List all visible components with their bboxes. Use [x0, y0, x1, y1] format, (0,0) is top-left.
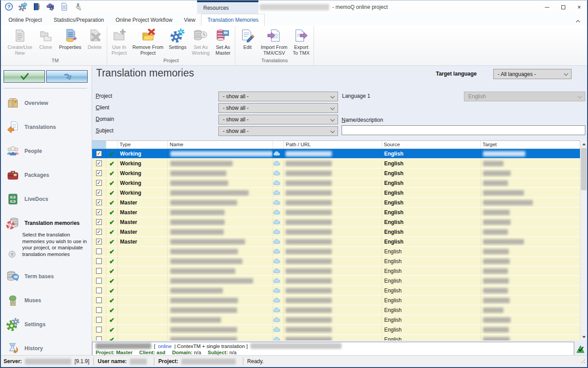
target-language-select[interactable]: - All languages - — [493, 69, 572, 79]
close-button[interactable]: × — [571, 0, 587, 14]
detail-label: Project: — [96, 350, 116, 355]
column-header-target[interactable]: Target — [481, 141, 580, 148]
tab-view[interactable]: View — [178, 14, 201, 26]
row-checkbox[interactable] — [96, 297, 102, 303]
row-checkbox[interactable] — [96, 268, 102, 274]
row-checkbox[interactable] — [96, 258, 102, 264]
sidebar-item-label: Packages — [24, 172, 49, 178]
tab-online-project[interactable]: Online Project — [3, 14, 48, 26]
filter-select-subject[interactable]: - show all - — [218, 126, 338, 136]
sidebar-item-packages[interactable]: Packages — [1, 163, 92, 187]
table-row[interactable]: ✔English — [92, 315, 580, 325]
table-row[interactable]: ✓✔MasterEnglish — [92, 198, 580, 208]
table-row[interactable]: ✓✔WorkingEnglish — [92, 149, 580, 159]
tab-statistics-preparation[interactable]: Statistics/Preparation — [48, 14, 109, 26]
tab-online-project-workflow[interactable]: Online Project Workflow — [110, 14, 178, 26]
sidebar-item-overview[interactable]: Overview — [1, 91, 92, 115]
manage-gears-icon[interactable] — [18, 2, 27, 11]
table-row[interactable]: ✓✔WorkingEnglish — [92, 168, 580, 178]
tab-translation-memories[interactable]: Translation Memories — [201, 14, 265, 26]
ribbon-button-set-as-master[interactable]: Set AsMaster — [212, 28, 234, 57]
table-row[interactable]: ✔English — [92, 276, 580, 286]
help-circle-icon[interactable]: ? — [8, 250, 16, 258]
table-row[interactable]: ✔English — [92, 247, 580, 256]
table-row[interactable]: ✔English — [92, 286, 580, 296]
scroll-up-arrow[interactable] — [580, 140, 588, 148]
row-checkbox[interactable] — [96, 307, 102, 313]
column-header-path-url[interactable]: Path / URL — [284, 141, 382, 148]
help-icon[interactable]: ? — [4, 2, 13, 11]
confirm-button[interactable] — [4, 70, 45, 83]
row-checkbox[interactable]: ✓ — [96, 160, 102, 166]
quick-access-toolbar: ? — [4, 2, 82, 11]
column-header-blank[interactable] — [106, 141, 118, 148]
filter-select-domain[interactable]: - show all - — [218, 115, 338, 124]
sidebar-item-settings[interactable]: Settings — [1, 312, 92, 336]
sidebar-item-livedocs[interactable]: LiveDocs — [1, 187, 92, 211]
column-header-type[interactable]: Type — [118, 141, 168, 148]
row-checkbox[interactable] — [96, 248, 102, 254]
ribbon-button-label: Export — [294, 44, 308, 50]
row-checkbox[interactable]: ✓ — [96, 229, 102, 235]
sidebar-item-term-bases[interactable]: Term bases — [1, 264, 92, 288]
table-row[interactable]: ✓✔WorkingEnglish — [92, 188, 580, 198]
cloud-icon — [273, 210, 280, 215]
table-row[interactable]: ✓✔WorkingEnglish — [92, 178, 580, 188]
dictation-mic-icon[interactable] — [73, 2, 82, 11]
table-row[interactable]: ✔English — [92, 296, 580, 305]
row-checkbox[interactable] — [96, 317, 102, 323]
row-checkbox[interactable]: ✓ — [96, 219, 102, 225]
document-icon[interactable] — [60, 2, 68, 11]
table-row[interactable]: ✔English — [92, 325, 580, 335]
table-row[interactable]: ✓✔MasterEnglish — [92, 217, 580, 227]
table-row[interactable]: ✓✔MasterEnglish — [92, 237, 580, 247]
filter-select-client[interactable]: - show all - — [218, 103, 338, 113]
table-row[interactable]: ✓✔WorkingEnglish — [92, 159, 580, 168]
tm-target-language-redacted — [483, 200, 533, 205]
row-checkbox[interactable] — [96, 288, 102, 293]
column-header-blank[interactable] — [273, 141, 284, 148]
column-header-name[interactable]: Name — [168, 141, 273, 148]
table-scrollbar[interactable] — [580, 140, 587, 340]
table-row[interactable]: ✔English — [92, 305, 580, 315]
scrollbar-thumb[interactable] — [581, 148, 587, 190]
table-row[interactable]: ✔English — [92, 266, 580, 276]
ribbon-button-import-from-tmx-csv[interactable]: Import FromTMX/CSV — [258, 28, 290, 57]
ribbon-button-settings[interactable]: Settings — [166, 28, 189, 51]
table-row[interactable]: ✔English — [92, 335, 580, 340]
sync-arrow-button[interactable] — [46, 70, 88, 83]
table-row[interactable]: ✔English — [92, 256, 580, 266]
cloud-settings-icon[interactable] — [46, 2, 55, 11]
maximize-button[interactable] — [555, 0, 571, 14]
filter-select-project[interactable]: - show all - — [218, 92, 338, 101]
minimize-button[interactable] — [539, 0, 555, 14]
ribbon-button-edit[interactable]: Edit — [237, 28, 258, 51]
row-checkbox[interactable] — [96, 278, 102, 284]
table-row[interactable]: ✓✔MasterEnglish — [92, 227, 580, 237]
scroll-down-arrow[interactable] — [580, 333, 588, 340]
ribbon-button-remove-from-project[interactable]: Remove FromProject — [130, 28, 166, 57]
ribbon-button-properties[interactable]: Properties — [56, 28, 84, 51]
row-checkbox[interactable] — [96, 336, 102, 340]
row-checkbox[interactable]: ✓ — [96, 190, 102, 196]
row-checkbox[interactable]: ✓ — [96, 151, 102, 156]
collapse-ribbon-button[interactable] — [575, 17, 581, 21]
sidebar-item-muses[interactable]: Muses — [1, 288, 92, 312]
column-header-source[interactable]: Source — [382, 141, 481, 148]
column-header-blank[interactable] — [92, 141, 106, 148]
sidebar-item-people[interactable]: People — [1, 139, 92, 163]
row-checkbox[interactable] — [96, 327, 102, 332]
sidebar-item-translations[interactable]: Translations — [1, 115, 92, 139]
resize-grip[interactable] — [581, 359, 585, 365]
settings-gear-icon — [6, 318, 20, 331]
table-row[interactable]: ✓✔MasterEnglish — [92, 208, 580, 217]
row-checkbox[interactable]: ✓ — [96, 170, 102, 176]
ribbon-button-export-to-tmx[interactable]: ExportTo TMX — [290, 28, 312, 57]
row-checkbox[interactable]: ✓ — [96, 209, 102, 215]
journal-icon[interactable] — [32, 2, 41, 11]
row-checkbox[interactable]: ✓ — [96, 239, 102, 244]
row-checkbox[interactable]: ✓ — [96, 200, 102, 205]
name-description-input[interactable] — [342, 125, 585, 135]
set-as-master-icon — [216, 28, 230, 43]
row-checkbox[interactable]: ✓ — [96, 180, 102, 186]
